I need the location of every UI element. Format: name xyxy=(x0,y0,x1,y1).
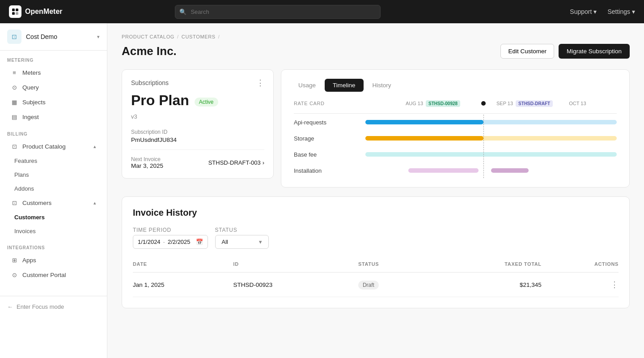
sidebar-item-features[interactable]: Features xyxy=(14,154,103,167)
sidebar-item-customers[interactable]: ⊡ Customers ▴ xyxy=(4,196,103,210)
collapse-icon: ▴ xyxy=(93,144,96,149)
tab-timeline[interactable]: Timeline xyxy=(325,79,364,92)
vline-dashed-storage xyxy=(483,131,484,146)
install-bar-2 xyxy=(491,168,529,173)
storage-label: Storage xyxy=(294,135,365,142)
ingest-label: Ingest xyxy=(22,114,39,120)
org-icon: ⊡ xyxy=(7,30,21,44)
invoice-history-card: Invoice History TIME PERIOD 1/1/2024 - 2… xyxy=(122,196,630,308)
main-content: PRODUCT CATALOG / CUSTOMERS / Acme Inc. … xyxy=(107,23,644,358)
filter-row: TIME PERIOD 1/1/2024 - 2/2/2025 📅 STATUS… xyxy=(133,227,619,249)
logo[interactable]: OpenMeter xyxy=(9,5,80,18)
invoice-table: DATE ID STATUS TAXED TOTAL ACTIONS Jan 1… xyxy=(133,258,619,297)
status-value: All xyxy=(222,239,228,245)
installation-row: Installation xyxy=(294,166,617,175)
invoice-link[interactable]: STHSD-DRAFT-003 › xyxy=(208,159,264,166)
col-id: ID xyxy=(233,258,358,273)
tab-history[interactable]: History xyxy=(364,79,399,92)
customer-portal-label: Customer Portal xyxy=(22,272,66,278)
breadcrumb: PRODUCT CATALOG / CUSTOMERS / xyxy=(122,34,630,39)
sidebar-item-plans[interactable]: Plans xyxy=(14,168,103,181)
from-date: 1/1/2024 xyxy=(138,239,161,245)
subscription-id-label: Subscription ID xyxy=(131,129,264,135)
row-more-button[interactable]: ⋮ xyxy=(610,280,619,290)
basefee-bar-bg xyxy=(365,152,617,157)
customers-label: Customers xyxy=(22,200,51,206)
query-icon: ⊙ xyxy=(11,84,18,91)
subscription-row: Subscriptions ⋮ Pro Plan Active v3 Subsc… xyxy=(122,69,630,188)
query-label: Query xyxy=(22,84,39,91)
org-name: Cost Demo xyxy=(26,33,93,40)
ingest-icon: ▤ xyxy=(11,114,18,120)
top-navigation: OpenMeter 🔍 Support ▾ Settings ▾ xyxy=(0,0,644,23)
sidebar-item-product-catalog[interactable]: ⊡ Product Catalog ▴ xyxy=(4,140,103,153)
chevron-down-icon: ▾ xyxy=(593,8,597,15)
svg-rect-3 xyxy=(16,12,18,15)
customers-icon: ⊡ xyxy=(11,200,18,206)
sidebar-item-invoices[interactable]: Invoices xyxy=(14,225,103,238)
status-filter: STATUS All ▾ xyxy=(215,227,269,249)
breadcrumb-sep-1: / xyxy=(177,34,179,39)
api-requests-label: Api-requests xyxy=(294,119,365,126)
status-select[interactable]: All ▾ xyxy=(215,235,269,249)
current-marker-dot xyxy=(481,101,486,106)
settings-button[interactable]: Settings ▾ xyxy=(607,8,635,15)
row-actions[interactable]: ⋮ xyxy=(542,273,619,297)
row-total: $21,345 xyxy=(424,273,541,297)
invoice-history-title: Invoice History xyxy=(133,208,619,218)
tab-usage[interactable]: Usage xyxy=(290,79,324,92)
sidebar-item-subjects[interactable]: ▦ Subjects xyxy=(4,95,103,109)
invoice-id: STHSD-DRAFT-003 xyxy=(208,159,261,166)
sidebar-item-addons[interactable]: Addons xyxy=(14,182,103,195)
sidebar-item-meters[interactable]: ≡ Meters xyxy=(4,66,103,80)
focus-mode-label: Enter Focus mode xyxy=(17,303,64,310)
row-date: Jan 1, 2025 xyxy=(133,273,233,297)
product-catalog-label: Product Catalog xyxy=(22,143,66,150)
row-status: Draft xyxy=(358,273,424,297)
date-range-picker[interactable]: 1/1/2024 - 2/2/2025 📅 xyxy=(133,235,208,249)
svg-rect-2 xyxy=(12,12,15,15)
customers-sub-label: Customers xyxy=(14,214,45,221)
breadcrumb-customers[interactable]: CUSTOMERS xyxy=(182,34,216,39)
plan-version: v3 xyxy=(131,113,264,120)
subscription-more-button[interactable]: ⋮ xyxy=(256,79,264,87)
search-area: 🔍 xyxy=(175,5,381,19)
page-header: Acme Inc. Edit Customer Migrate Subscrip… xyxy=(122,44,630,59)
table-row: Jan 1, 2025 STHSD-00923 Draft $21,345 ⋮ xyxy=(133,273,619,297)
svg-rect-0 xyxy=(12,9,15,11)
status-chevron-icon: ▾ xyxy=(259,239,262,245)
plan-name: Pro Plan xyxy=(131,92,189,109)
focus-mode-button[interactable]: ← Enter Focus mode xyxy=(7,303,100,310)
meters-icon: ≡ xyxy=(11,69,18,76)
support-button[interactable]: Support ▾ xyxy=(570,8,597,15)
status-label: STATUS xyxy=(215,227,269,233)
sidebar-item-query[interactable]: ⊙ Query xyxy=(4,81,103,94)
tabs-row: Usage Timeline History xyxy=(290,79,620,92)
to-date: 2/2/2025 xyxy=(168,239,191,245)
org-selector[interactable]: ⊡ Cost Demo ▾ xyxy=(0,23,107,51)
timeline-card: Usage Timeline History RATE CARD AUG 13 … xyxy=(281,69,630,188)
customer-portal-icon: ⊙ xyxy=(11,272,18,278)
next-invoice-row: Next Invoice Mar 3, 2025 STHSD-DRAFT-003… xyxy=(131,149,264,169)
sidebar-item-customer-portal[interactable]: ⊙ Customer Portal xyxy=(4,268,103,282)
meters-label: Meters xyxy=(22,69,41,76)
search-icon: 🔍 xyxy=(179,9,186,15)
storage-row: Storage xyxy=(294,133,617,143)
apps-label: Apps xyxy=(22,257,36,264)
arrow-right-icon: › xyxy=(263,159,264,166)
svg-rect-1 xyxy=(16,9,18,11)
col-total: TAXED TOTAL xyxy=(424,258,541,273)
sidebar-item-apps[interactable]: ⊞ Apps xyxy=(4,253,103,267)
billing-section-label: BILLING xyxy=(0,124,107,139)
breadcrumb-product-catalog[interactable]: PRODUCT CATALOG xyxy=(122,34,174,39)
sidebar-item-customers-sub[interactable]: Customers xyxy=(14,211,103,224)
migrate-subscription-button[interactable]: Migrate Subscription xyxy=(559,44,630,59)
vline-dashed xyxy=(483,115,484,130)
search-input[interactable] xyxy=(175,5,381,19)
sidebar-item-ingest[interactable]: ▤ Ingest xyxy=(4,110,103,124)
logo-icon xyxy=(9,5,21,18)
edit-customer-button[interactable]: Edit Customer xyxy=(500,44,554,59)
plans-label: Plans xyxy=(14,171,29,178)
api-bar-solid xyxy=(365,120,483,124)
topnav-right: Support ▾ Settings ▾ xyxy=(570,8,635,15)
